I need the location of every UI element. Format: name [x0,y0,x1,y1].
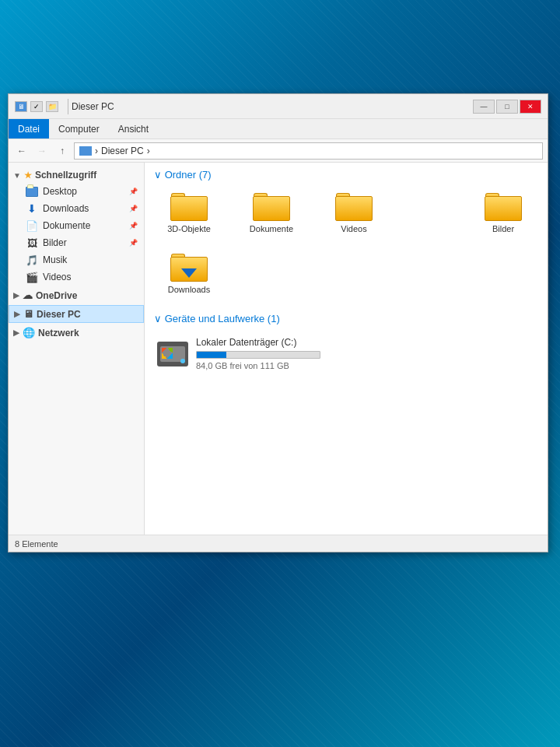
sidebar-section-schnellzugriff: ▼ ★ Schnellzugriff Desktop 📌 ⬇ Downloads [9,167,144,286]
back-button[interactable]: ← [13,142,30,160]
sidebar-item-desktop[interactable]: Desktop 📌 [9,183,144,200]
folder-icon-downloads [170,252,208,282]
download-arrow-icon: ⬇ [27,202,37,215]
breadcrumb-monitor-icon [79,146,92,156]
sidebar-netzwerk-label: Netzwerk [38,328,79,338]
folder-item-videos[interactable]: Videos [319,188,389,237]
network-icon: 🌐 [23,327,35,338]
sidebar-section-netzwerk: ▶ 🌐 Netzwerk [9,324,144,341]
folder-label-dokumente: Dokumente [250,224,293,233]
desktop-folder-icon [26,185,38,198]
sidebar-section-onedrive: ▶ ☁ OneDrive [9,287,144,303]
sidebar-header-schnellzugriff[interactable]: ▼ ★ Schnellzugriff [9,167,144,183]
storage-text: 84,0 GB frei von 111 GB [196,361,535,370]
folder-item-bilder[interactable]: Bilder [468,188,538,237]
devices-section-header: Geräte und Laufwerke (1) [154,313,538,324]
videos-icon: 🎬 [26,271,38,283]
menu-ansicht[interactable]: Ansicht [109,119,158,139]
pin-icon-downloads: 📌 [129,205,138,212]
cloud-icon: ☁ [23,289,33,301]
folder-icon-dokumente [253,191,290,221]
sidebar-item-videos[interactable]: 🎬 Videos [9,268,144,286]
content-area: Ordner (7) 3D-Objekte Dokumen [145,163,548,535]
breadcrumb-bar[interactable]: › Dieser PC › [74,142,543,160]
maximize-button[interactable]: □ [496,100,518,114]
collapse-arrow-onedrive-icon: ▶ [13,291,19,300]
download-arrow-icon-large [181,268,197,278]
collapse-arrow-netzwerk-icon: ▶ [13,328,19,337]
sidebar-item-dokumente[interactable]: 📄 Dokumente 📌 [9,217,144,234]
folder-item-dokumente[interactable]: Dokumente [236,188,306,237]
monitor-icon: 🖥 [15,101,27,112]
folder-icon-bilder [485,191,522,221]
sidebar-label-dokumente: Dokumente [43,220,90,231]
window-title: Dieser PC [72,101,473,112]
window-controls[interactable]: — □ ✕ [473,100,541,114]
sidebar-dieser-pc-label: Dieser PC [37,309,81,320]
sidebar-label-desktop: Desktop [43,186,77,197]
storage-bar-fill [197,352,226,358]
sidebar: ▼ ★ Schnellzugriff Desktop 📌 ⬇ Downloads [9,163,145,535]
star-icon: ★ [24,170,32,181]
device-name: Lokaler Datenträger (C:) [196,337,535,348]
sidebar-onedrive-label: OneDrive [36,290,77,301]
breadcrumb-text: Dieser PC [101,146,144,156]
bilder-icon: 🖼 [26,237,38,249]
title-bar: 🖥 ✓ 📁 Dieser PC — □ ✕ [9,94,548,119]
main-area: ▼ ★ Schnellzugriff Desktop 📌 ⬇ Downloads [9,163,548,535]
sidebar-label-videos: Videos [43,272,71,282]
pin-icon: 📌 [129,188,138,195]
hdd-icon [157,342,188,366]
menu-datei[interactable]: Datei [9,119,49,139]
title-sep [68,99,68,114]
status-text: 8 Elemente [15,539,58,549]
collapse-arrow-dieser-pc-icon: ▶ [14,310,20,318]
musik-icon: 🎵 [26,254,38,266]
sidebar-item-bilder[interactable]: 🖼 Bilder 📌 [9,234,144,251]
dokumente-icon: 📄 [26,219,38,232]
sidebar-header-netzwerk[interactable]: ▶ 🌐 Netzwerk [9,324,144,341]
close-button[interactable]: ✕ [520,100,541,114]
menu-computer[interactable]: Computer [49,119,109,139]
pin-icon-dokumente: 📌 [129,222,138,230]
breadcrumb-chevron: › [147,146,150,156]
file-explorer-window: 🖥 ✓ 📁 Dieser PC — □ ✕ Datei Computer Ans… [8,93,548,552]
video-icon: 🎬 [26,272,38,283]
doc-icon: 📄 [26,220,38,232]
folders-grid: 3D-Objekte Dokumente Videos [154,188,538,297]
folder-label-downloads: Downloads [168,285,210,294]
sidebar-header-dieser-pc[interactable]: ▶ 🖥 Dieser PC [9,305,144,323]
status-bar: 8 Elemente [9,535,548,552]
sidebar-section-label: Schnellzugriff [35,170,96,181]
sidebar-section-dieser-pc: ▶ 🖥 Dieser PC [9,305,144,323]
device-info: Lokaler Datenträger (C:) 84,0 GB frei vo… [196,337,535,370]
sidebar-header-onedrive[interactable]: ▶ ☁ OneDrive [9,287,144,303]
image-icon: 🖼 [27,237,37,249]
minimize-button[interactable]: — [473,100,495,114]
folder-label-videos: Videos [341,224,366,233]
forward-button[interactable]: → [33,142,51,160]
title-bar-icons: 🖥 ✓ 📁 [15,101,58,112]
up-button[interactable]: ↑ [54,142,71,160]
music-icon: 🎵 [26,254,38,266]
folders-section-header: Ordner (7) [154,169,538,181]
folder-item-downloads[interactable]: Downloads [154,249,224,297]
folder-label-bilder: Bilder [492,224,514,233]
folder-icon-videos [335,191,373,221]
sidebar-label-musik: Musik [43,254,67,265]
folder-item-3d-objekte[interactable]: 3D-Objekte [154,188,224,237]
menu-bar: Datei Computer Ansicht [9,119,548,139]
sidebar-item-musik[interactable]: 🎵 Musik [9,251,144,268]
collapse-arrow-icon: ▼ [13,171,21,180]
breadcrumb-separator: › [95,146,98,156]
dieser-pc-monitor-icon: 🖥 [23,308,33,320]
sidebar-label-bilder: Bilder [43,237,67,248]
device-item-c[interactable]: Lokaler Datenträger (C:) 84,0 GB frei vo… [154,332,538,375]
pin-icon-bilder: 📌 [129,239,138,247]
sidebar-label-downloads: Downloads [43,203,89,214]
devices-section: Geräte und Laufwerke (1) Lokaler Datentr… [154,313,538,375]
folder-label-3d: 3D-Objekte [167,224,211,233]
windows-logo-icon [162,348,173,359]
folder-tb-icon: 📁 [46,101,58,112]
sidebar-item-downloads[interactable]: ⬇ Downloads 📌 [9,200,144,217]
